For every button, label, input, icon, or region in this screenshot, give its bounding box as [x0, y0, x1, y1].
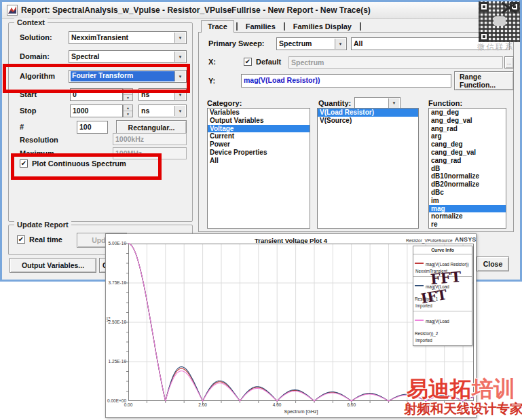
count-label: #: [20, 123, 24, 131]
resolution-field: 1000kHz: [113, 133, 187, 145]
list-item[interactable]: im: [429, 197, 506, 205]
list-item[interactable]: dB20normalize: [429, 180, 506, 189]
list-item[interactable]: Device Properties: [208, 149, 310, 157]
list-item[interactable]: Voltage: [208, 125, 310, 133]
list-item[interactable]: normalize: [429, 212, 506, 221]
list-item[interactable]: V(Source): [318, 117, 418, 125]
list-item[interactable]: All: [208, 157, 310, 165]
chevron-down-icon[interactable]: ▼: [174, 52, 185, 62]
design-name: Resistor_VPulseSource: [406, 238, 453, 243]
x-tick-label: 0.00: [119, 402, 138, 407]
tab-separator: [236, 22, 238, 31]
x-label: X:: [208, 58, 216, 66]
list-item[interactable]: ang_deg_val: [429, 117, 506, 125]
domain-label: Domain:: [20, 52, 50, 60]
real-time-checkbox[interactable]: ✔: [17, 235, 25, 244]
list-item[interactable]: Variables: [208, 109, 310, 117]
list-item[interactable]: arg: [429, 132, 506, 140]
tab-separator: [360, 22, 361, 31]
qr-finder-icon: [479, 32, 489, 41]
real-time-label: Real time: [29, 235, 62, 244]
spin-down-icon[interactable]: ▼: [124, 111, 132, 117]
list-item[interactable]: dB: [429, 165, 506, 173]
list-item[interactable]: V(Load Resistor): [318, 109, 418, 117]
output-variables-button[interactable]: Output Variables...: [10, 258, 96, 273]
solution-label: Solution:: [20, 33, 52, 41]
list-item[interactable]: ang_deg: [429, 109, 506, 117]
x-more-button[interactable]: ...: [504, 56, 514, 69]
list-item[interactable]: cang_deg: [429, 140, 506, 149]
tab-families-display[interactable]: Families Display: [287, 21, 358, 33]
x-default-checkbox[interactable]: ✔: [244, 58, 252, 66]
legend-entry: mag(V(Load Resistor))_2Imported: [413, 311, 472, 345]
list-item[interactable]: mag: [429, 205, 506, 213]
qr-code-watermark: [479, 1, 520, 42]
chevron-down-icon[interactable]: ▼: [174, 33, 185, 43]
list-item[interactable]: re: [429, 221, 506, 229]
qr-center-logo: [493, 16, 506, 26]
app-icon: [7, 5, 18, 16]
function-list[interactable]: ang_degang_deg_valang_radargcang_degcang…: [428, 108, 506, 229]
domain-select[interactable]: Spectral ▼: [69, 50, 187, 63]
function-label: Function:: [428, 99, 462, 107]
list-item[interactable]: dBc: [429, 189, 506, 197]
y-label: Y:: [208, 77, 215, 85]
window-function-button[interactable]: Rectangular...: [116, 120, 187, 134]
update-report-label: Update Report: [14, 221, 71, 229]
legend-series-name: mag(V(Load Resistor)): [426, 262, 469, 267]
x-default-label: Default: [256, 58, 281, 66]
primary-sweep-select[interactable]: Spectrum ▼: [276, 37, 347, 50]
quantity-list[interactable]: V(Load Resistor)V(Source): [317, 108, 419, 229]
y-value-field[interactable]: mag(V(Load Resistor)): [241, 74, 451, 88]
list-item[interactable]: Output Variables: [208, 117, 310, 125]
tab-separator: [284, 22, 285, 31]
tab-families[interactable]: Families: [240, 21, 282, 33]
y-tick-label: 1.25E-10: [106, 359, 126, 364]
x-value-field: Spectrum: [288, 56, 503, 69]
legend-color-dash: [415, 285, 424, 286]
solution-select[interactable]: NexximTransient ▼: [69, 31, 187, 44]
list-item[interactable]: cang_deg_val: [429, 149, 506, 157]
context-group: Context Solution: NexximTransient ▼ Doma…: [8, 22, 193, 222]
dialog-titlebar[interactable]: Report: SpectralAnalysis_w_Vpulse - Resi…: [2, 2, 520, 19]
spin-up-icon[interactable]: ▲: [124, 105, 132, 111]
category-label: Category:: [207, 99, 242, 107]
range-function-button[interactable]: Range Function...: [454, 71, 514, 90]
list-item[interactable]: Current: [208, 132, 310, 140]
y-axis-label: Y1: [106, 317, 111, 322]
count-input[interactable]: 100: [77, 121, 108, 134]
trace-tab-panel: Primary Sweep: Spectrum ▼ All X: ✔ Defau…: [198, 32, 514, 232]
spin-down-icon[interactable]: ▼: [124, 95, 132, 100]
algorithm-highlight-box: [3, 64, 190, 93]
list-item[interactable]: cang_rad: [429, 157, 506, 165]
handwritten-fft-annotation: FFT: [430, 268, 462, 288]
stop-unit-select[interactable]: ns ▼: [138, 104, 187, 117]
y-tick-label: 3.75E-10: [106, 280, 126, 285]
screenshot-root: Report: SpectralAnalysis_w_Vpulse - Resi…: [0, 0, 522, 420]
tab-trace[interactable]: Trace: [201, 20, 234, 33]
y-tick-label: 5.00E-10: [106, 241, 126, 246]
x-tick-label: 2.00: [193, 402, 212, 407]
list-item[interactable]: Power: [208, 140, 310, 149]
chevron-down-icon[interactable]: ▼: [174, 106, 185, 116]
ansys-logo: ANSYS: [455, 236, 477, 243]
legend-color-dash: [415, 263, 424, 264]
stop-input[interactable]: 1000: [70, 104, 123, 117]
quantity-label: Quantity:: [318, 99, 351, 107]
category-list[interactable]: VariablesOutput VariablesVoltageCurrentP…: [207, 108, 310, 229]
x-tick-label: 6.00: [342, 402, 361, 407]
qr-finder-icon: [479, 2, 489, 12]
qr-caption: 微信联系: [477, 42, 522, 52]
brand-watermark-line2: 射频和天线设计专家: [404, 400, 522, 418]
legend-series-name: mag(V(Load Resistor))_2: [415, 319, 449, 336]
check-icon: ✔: [18, 236, 24, 243]
list-item[interactable]: ang_rad: [429, 125, 506, 133]
chevron-down-icon[interactable]: ▼: [335, 39, 346, 49]
x-tick-label: 4.00: [267, 402, 286, 407]
stop-spinner[interactable]: ▲ ▼: [123, 104, 133, 117]
plot-continuous-highlight-box: [11, 153, 162, 180]
close-button[interactable]: Close: [477, 256, 509, 271]
legend-title: Curve Info: [413, 246, 472, 254]
chevron-down-icon[interactable]: ▼: [388, 98, 399, 108]
list-item[interactable]: dB10normalize: [429, 172, 506, 180]
